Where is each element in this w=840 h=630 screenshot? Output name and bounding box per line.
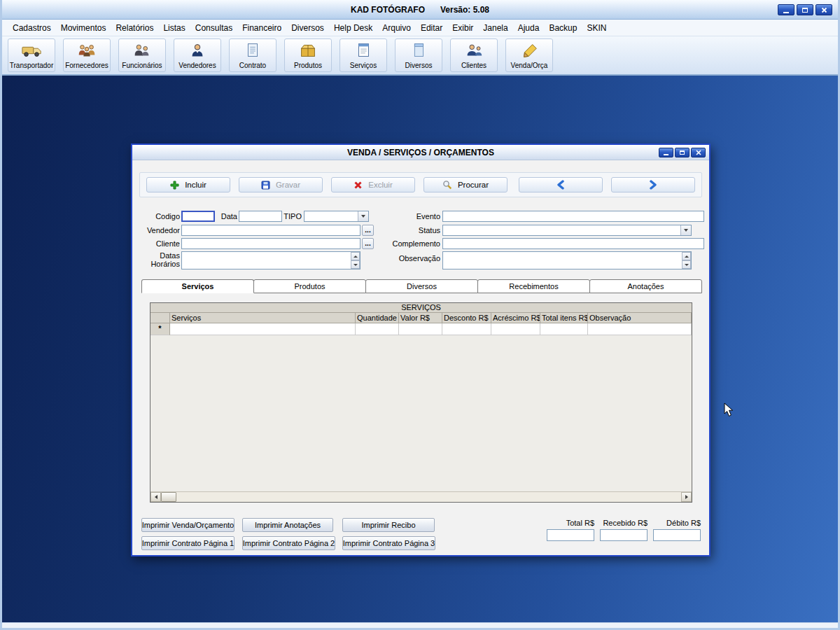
toolbar-label: Transportador bbox=[10, 62, 53, 69]
grid-header-cell: Desconto R$ bbox=[442, 313, 491, 323]
imprimir-contrato-pagina3-button[interactable]: Imprimir Contrato Página 3 bbox=[342, 536, 435, 550]
toolbar-label: Diversos bbox=[405, 62, 433, 69]
menu-arquivo[interactable]: Arquivo bbox=[377, 21, 416, 35]
menu-exibir[interactable]: Exibir bbox=[447, 21, 478, 35]
imprimir-contrato-pagina2-button[interactable]: Imprimir Contrato Página 2 bbox=[242, 536, 335, 550]
menu-consultas[interactable]: Consultas bbox=[190, 21, 237, 35]
scrollbar-thumb[interactable] bbox=[161, 492, 176, 502]
menu-editar[interactable]: Editar bbox=[416, 21, 447, 35]
vendedor-input[interactable] bbox=[181, 225, 360, 236]
tipo-combobox[interactable] bbox=[304, 211, 369, 222]
observacao-field[interactable] bbox=[442, 251, 692, 270]
next-record-button[interactable] bbox=[611, 177, 695, 192]
dialog-maximize-button[interactable] bbox=[675, 148, 690, 158]
toolbar-vendedores[interactable]: Vendedores bbox=[174, 38, 221, 72]
cliente-input[interactable] bbox=[181, 238, 360, 249]
grid-cell[interactable] bbox=[588, 323, 692, 335]
menu-help-desk[interactable]: Help Desk bbox=[329, 21, 377, 35]
grid-cell[interactable] bbox=[170, 323, 356, 335]
toolbar-contrato[interactable]: Contrato bbox=[229, 38, 276, 72]
toolbar-venda-orca[interactable]: Venda/Orça bbox=[505, 38, 553, 72]
total-label: Total R$ bbox=[547, 519, 594, 527]
tab-produtos[interactable]: Produtos bbox=[253, 279, 366, 293]
scroll-right-button[interactable] bbox=[681, 492, 692, 502]
menu-diversos[interactable]: Diversos bbox=[286, 21, 329, 35]
tab-diversos[interactable]: Diversos bbox=[365, 279, 478, 293]
toolbar-produtos[interactable]: Produtos bbox=[284, 38, 332, 72]
evento-label: Evento bbox=[391, 212, 440, 220]
procurar-button[interactable]: Procurar bbox=[424, 177, 507, 192]
scrollbar-track[interactable] bbox=[176, 492, 681, 502]
menu-backup[interactable]: Backup bbox=[544, 21, 582, 35]
dialog-minimize-button[interactable] bbox=[659, 148, 673, 158]
mouse-cursor bbox=[724, 402, 734, 417]
grid-cell[interactable] bbox=[442, 323, 491, 335]
spin-up-icon[interactable] bbox=[682, 252, 691, 260]
imprimir-recibo-button[interactable]: Imprimir Recibo bbox=[342, 518, 435, 532]
menu-skin[interactable]: SKIN bbox=[582, 21, 611, 35]
chevron-down-icon[interactable] bbox=[358, 211, 368, 221]
grid-header-cell: Serviços bbox=[170, 313, 356, 323]
arrow-left-icon bbox=[155, 495, 158, 499]
status-combobox[interactable] bbox=[442, 225, 692, 236]
grid-cell[interactable] bbox=[540, 323, 588, 335]
toolbar-transportador[interactable]: Transportador bbox=[8, 38, 55, 72]
spin-up-icon[interactable] bbox=[351, 252, 360, 260]
cliente-browse-button[interactable]: ... bbox=[362, 238, 374, 249]
menu-listas[interactable]: Listas bbox=[158, 21, 190, 35]
imprimir-anotacoes-button[interactable]: Imprimir Anotações bbox=[242, 518, 333, 532]
toolbar-funcionarios[interactable]: Funcionários bbox=[118, 38, 166, 72]
vendedor-label: Vendedor bbox=[138, 226, 180, 234]
menu-movimentos[interactable]: Movimentos bbox=[56, 21, 111, 35]
evento-input[interactable] bbox=[442, 211, 704, 222]
excluir-button[interactable]: Excluir bbox=[331, 177, 415, 192]
codigo-input[interactable] bbox=[181, 211, 215, 222]
magnifier-icon bbox=[442, 180, 452, 190]
dialog-titlebar[interactable]: VENDA / SERVIÇOS / ORÇAMENTOS bbox=[132, 145, 709, 160]
gravar-button[interactable]: Gravar bbox=[239, 177, 323, 192]
recebido-input[interactable] bbox=[600, 529, 648, 541]
grid-cell[interactable] bbox=[356, 323, 399, 335]
tab-recebimentos[interactable]: Recebimentos bbox=[477, 279, 590, 293]
menu-financeiro[interactable]: Financeiro bbox=[237, 21, 286, 35]
tab-label: Serviços bbox=[182, 282, 214, 290]
grid-cell[interactable] bbox=[491, 323, 540, 335]
menu-janela[interactable]: Janela bbox=[478, 21, 512, 35]
data-input[interactable] bbox=[239, 211, 282, 222]
chevron-down-icon[interactable] bbox=[680, 225, 691, 235]
menu-ajuda[interactable]: Ajuda bbox=[513, 21, 545, 35]
debito-input[interactable] bbox=[653, 529, 701, 541]
toolbar-diversos[interactable]: Diversos bbox=[395, 38, 442, 72]
chevron-left-icon bbox=[556, 180, 565, 190]
menu-cadastros[interactable]: Cadastros bbox=[8, 21, 56, 35]
employees-icon bbox=[132, 42, 153, 61]
toolbar-servicos[interactable]: Serviços bbox=[340, 38, 387, 72]
spin-down-icon[interactable] bbox=[682, 260, 691, 269]
minimize-button[interactable] bbox=[778, 4, 794, 15]
maximize-button[interactable] bbox=[797, 4, 813, 15]
horizontal-scrollbar bbox=[150, 491, 692, 502]
close-button[interactable] bbox=[816, 4, 832, 15]
observacao-value bbox=[443, 253, 444, 261]
toolbar-clientes[interactable]: Clientes bbox=[450, 38, 498, 72]
total-input[interactable] bbox=[547, 529, 594, 541]
floppy-icon bbox=[261, 181, 270, 190]
datas-horarios-field[interactable] bbox=[181, 251, 360, 270]
dialog-close-button[interactable] bbox=[691, 148, 706, 158]
vendedor-browse-button[interactable]: ... bbox=[362, 225, 374, 236]
imprimir-contrato-pagina1-button[interactable]: Imprimir Contrato Página 1 bbox=[141, 536, 234, 550]
menu-relatorios[interactable]: Relatórios bbox=[111, 21, 158, 35]
incluir-button[interactable]: Incluir bbox=[146, 177, 230, 192]
toolbar-fornecedores[interactable]: Fornecedores bbox=[63, 38, 111, 72]
scroll-left-button[interactable] bbox=[150, 492, 161, 502]
sellers-icon bbox=[187, 42, 208, 61]
imprimir-venda-orcamento-button[interactable]: Imprimir Venda/Orçamento bbox=[141, 518, 234, 532]
complemento-input[interactable] bbox=[442, 238, 704, 249]
debito-label: Débito R$ bbox=[653, 519, 701, 527]
app-titlebar[interactable]: KAD FOTÓGRAFO Versão: 5.08 bbox=[2, 0, 838, 20]
previous-record-button[interactable] bbox=[519, 177, 603, 192]
tab-anotacoes[interactable]: Anotações bbox=[589, 279, 702, 293]
spin-down-icon[interactable] bbox=[351, 260, 360, 269]
grid-cell[interactable] bbox=[399, 323, 442, 335]
tab-servicos[interactable]: Serviços bbox=[141, 279, 254, 293]
